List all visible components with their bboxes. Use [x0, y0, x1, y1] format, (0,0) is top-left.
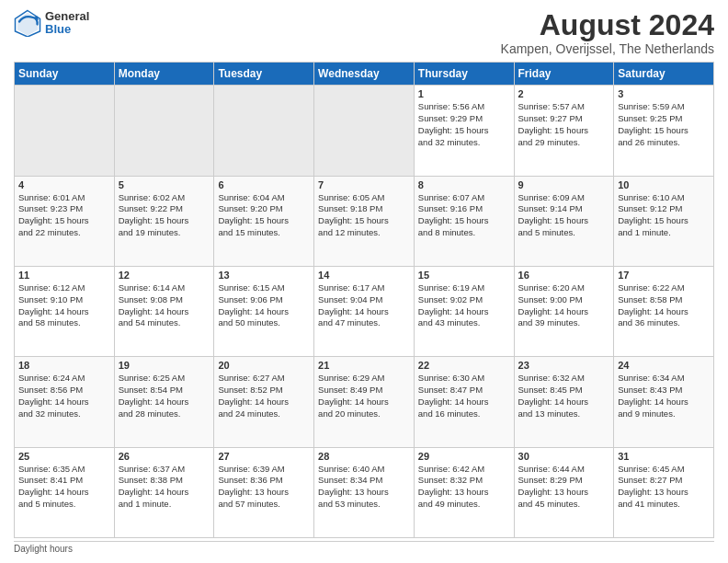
day-info: Sunrise: 6:20 AM Sunset: 9:00 PM Dayligh…: [518, 282, 610, 329]
day-info: Sunrise: 6:02 AM Sunset: 9:22 PM Dayligh…: [119, 192, 210, 239]
day-number: 1: [418, 88, 510, 99]
calendar-cell: 5Sunrise: 6:02 AM Sunset: 9:22 PM Daylig…: [114, 176, 214, 266]
day-number: 19: [119, 360, 210, 371]
day-number: 14: [318, 270, 410, 281]
day-number: 25: [18, 451, 110, 462]
day-info: Sunrise: 6:39 AM Sunset: 8:36 PM Dayligh…: [218, 464, 310, 511]
day-number: 13: [218, 270, 310, 281]
calendar-cell: 28Sunrise: 6:40 AM Sunset: 8:34 PM Dayli…: [314, 447, 415, 537]
calendar-cell: 8Sunrise: 6:07 AM Sunset: 9:16 PM Daylig…: [414, 176, 514, 266]
day-info: Sunrise: 6:22 AM Sunset: 8:58 PM Dayligh…: [618, 282, 710, 329]
calendar-cell: 21Sunrise: 6:29 AM Sunset: 8:49 PM Dayli…: [314, 357, 415, 447]
col-header-saturday: Saturday: [614, 63, 714, 86]
calendar-cell: 18Sunrise: 6:24 AM Sunset: 8:56 PM Dayli…: [15, 357, 115, 447]
calendar-cell: 30Sunrise: 6:44 AM Sunset: 8:29 PM Dayli…: [514, 447, 614, 537]
calendar-cell: 9Sunrise: 6:09 AM Sunset: 9:14 PM Daylig…: [514, 176, 614, 266]
day-info: Sunrise: 6:34 AM Sunset: 8:43 PM Dayligh…: [618, 373, 710, 419]
day-info: Sunrise: 6:01 AM Sunset: 9:23 PM Dayligh…: [18, 192, 110, 239]
day-number: 17: [618, 270, 710, 281]
day-number: 12: [119, 270, 210, 281]
day-number: 6: [218, 179, 310, 190]
day-info: Sunrise: 6:40 AM Sunset: 8:34 PM Dayligh…: [318, 464, 410, 511]
day-info: Sunrise: 6:19 AM Sunset: 9:02 PM Dayligh…: [418, 282, 510, 329]
calendar-cell: 1Sunrise: 5:56 AM Sunset: 9:29 PM Daylig…: [414, 86, 514, 176]
day-number: 11: [18, 270, 110, 281]
col-header-monday: Monday: [114, 63, 214, 86]
day-number: 5: [119, 179, 210, 190]
day-number: 24: [618, 360, 710, 371]
calendar-week-row: 4Sunrise: 6:01 AM Sunset: 9:23 PM Daylig…: [15, 176, 714, 266]
day-number: 9: [518, 179, 610, 190]
day-info: Sunrise: 6:27 AM Sunset: 8:52 PM Dayligh…: [218, 373, 310, 419]
calendar-cell: 2Sunrise: 5:57 AM Sunset: 9:27 PM Daylig…: [514, 86, 614, 176]
calendar-cell: [114, 86, 214, 176]
calendar-cell: 7Sunrise: 6:05 AM Sunset: 9:18 PM Daylig…: [314, 176, 415, 266]
calendar-week-row: 1Sunrise: 5:56 AM Sunset: 9:29 PM Daylig…: [15, 86, 714, 176]
logo-blue-text: Blue: [45, 23, 89, 36]
calendar-week-row: 18Sunrise: 6:24 AM Sunset: 8:56 PM Dayli…: [15, 357, 714, 447]
day-info: Sunrise: 6:15 AM Sunset: 9:06 PM Dayligh…: [218, 282, 310, 329]
calendar-cell: 14Sunrise: 6:17 AM Sunset: 9:04 PM Dayli…: [314, 266, 415, 356]
day-number: 4: [18, 179, 110, 190]
calendar-cell: [314, 86, 415, 176]
day-number: 23: [518, 360, 610, 371]
day-info: Sunrise: 6:14 AM Sunset: 9:08 PM Dayligh…: [119, 282, 210, 329]
calendar-week-row: 11Sunrise: 6:12 AM Sunset: 9:10 PM Dayli…: [15, 266, 714, 356]
day-number: 8: [418, 179, 510, 190]
day-number: 29: [418, 451, 510, 462]
col-header-thursday: Thursday: [414, 63, 514, 86]
day-info: Sunrise: 6:09 AM Sunset: 9:14 PM Dayligh…: [518, 192, 610, 239]
calendar-cell: 23Sunrise: 6:32 AM Sunset: 8:45 PM Dayli…: [514, 357, 614, 447]
day-info: Sunrise: 6:35 AM Sunset: 8:41 PM Dayligh…: [18, 464, 110, 511]
day-number: 10: [618, 179, 710, 190]
day-number: 16: [518, 270, 610, 281]
calendar-cell: 24Sunrise: 6:34 AM Sunset: 8:43 PM Dayli…: [614, 357, 714, 447]
calendar-cell: 3Sunrise: 5:59 AM Sunset: 9:25 PM Daylig…: [614, 86, 714, 176]
day-info: Sunrise: 6:37 AM Sunset: 8:38 PM Dayligh…: [119, 464, 210, 511]
day-info: Sunrise: 6:32 AM Sunset: 8:45 PM Dayligh…: [518, 373, 610, 419]
calendar-cell: 27Sunrise: 6:39 AM Sunset: 8:36 PM Dayli…: [214, 447, 314, 537]
calendar-cell: 12Sunrise: 6:14 AM Sunset: 9:08 PM Dayli…: [114, 266, 214, 356]
calendar-table: SundayMondayTuesdayWednesdayThursdayFrid…: [14, 62, 714, 538]
logo: General Blue: [14, 9, 89, 37]
day-info: Sunrise: 6:29 AM Sunset: 8:49 PM Dayligh…: [318, 373, 410, 419]
day-number: 26: [119, 451, 210, 462]
calendar-cell: 16Sunrise: 6:20 AM Sunset: 9:00 PM Dayli…: [514, 266, 614, 356]
day-info: Sunrise: 5:59 AM Sunset: 9:25 PM Dayligh…: [618, 101, 710, 148]
logo-icon: [14, 9, 41, 37]
page: General Blue August 2024 Kampen, Overijs…: [0, 0, 728, 563]
calendar-cell: 20Sunrise: 6:27 AM Sunset: 8:52 PM Dayli…: [214, 357, 314, 447]
calendar-cell: 26Sunrise: 6:37 AM Sunset: 8:38 PM Dayli…: [114, 447, 214, 537]
day-number: 15: [418, 270, 510, 281]
day-info: Sunrise: 6:17 AM Sunset: 9:04 PM Dayligh…: [318, 282, 410, 329]
header: General Blue August 2024 Kampen, Overijs…: [14, 9, 714, 56]
day-info: Sunrise: 6:30 AM Sunset: 8:47 PM Dayligh…: [418, 373, 510, 419]
col-header-friday: Friday: [514, 63, 614, 86]
calendar-cell: 10Sunrise: 6:10 AM Sunset: 9:12 PM Dayli…: [614, 176, 714, 266]
calendar-cell: 4Sunrise: 6:01 AM Sunset: 9:23 PM Daylig…: [15, 176, 115, 266]
day-info: Sunrise: 6:10 AM Sunset: 9:12 PM Dayligh…: [618, 192, 710, 239]
col-header-sunday: Sunday: [15, 63, 115, 86]
day-info: Sunrise: 5:57 AM Sunset: 9:27 PM Dayligh…: [518, 101, 610, 148]
calendar-cell: 13Sunrise: 6:15 AM Sunset: 9:06 PM Dayli…: [214, 266, 314, 356]
day-number: 21: [318, 360, 410, 371]
logo-text: General Blue: [45, 10, 89, 37]
calendar-cell: [214, 86, 314, 176]
day-info: Sunrise: 6:07 AM Sunset: 9:16 PM Dayligh…: [418, 192, 510, 239]
calendar-header-row: SundayMondayTuesdayWednesdayThursdayFrid…: [15, 63, 714, 86]
day-number: 30: [518, 451, 610, 462]
day-info: Sunrise: 6:45 AM Sunset: 8:27 PM Dayligh…: [618, 464, 710, 511]
main-title: August 2024: [501, 9, 714, 41]
day-info: Sunrise: 6:24 AM Sunset: 8:56 PM Dayligh…: [18, 373, 110, 419]
day-number: 22: [418, 360, 510, 371]
day-number: 31: [618, 451, 710, 462]
calendar-cell: 22Sunrise: 6:30 AM Sunset: 8:47 PM Dayli…: [414, 357, 514, 447]
col-header-tuesday: Tuesday: [214, 63, 314, 86]
day-info: Sunrise: 5:56 AM Sunset: 9:29 PM Dayligh…: [418, 101, 510, 148]
col-header-wednesday: Wednesday: [314, 63, 415, 86]
title-block: August 2024 Kampen, Overijssel, The Neth…: [501, 9, 714, 56]
day-info: Sunrise: 6:44 AM Sunset: 8:29 PM Dayligh…: [518, 464, 610, 511]
calendar-cell: 19Sunrise: 6:25 AM Sunset: 8:54 PM Dayli…: [114, 357, 214, 447]
day-number: 3: [618, 88, 710, 99]
day-info: Sunrise: 6:42 AM Sunset: 8:32 PM Dayligh…: [418, 464, 510, 511]
